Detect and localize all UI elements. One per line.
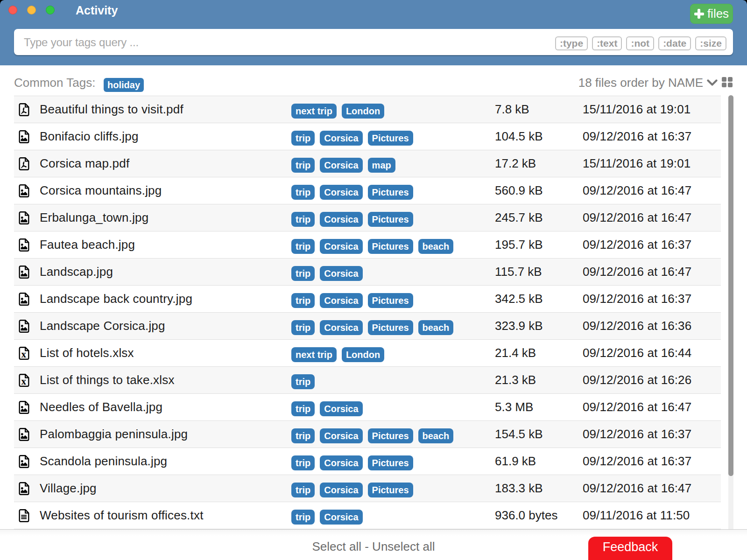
svg-text:x: x xyxy=(21,349,27,360)
svg-text:x: x xyxy=(21,376,27,387)
